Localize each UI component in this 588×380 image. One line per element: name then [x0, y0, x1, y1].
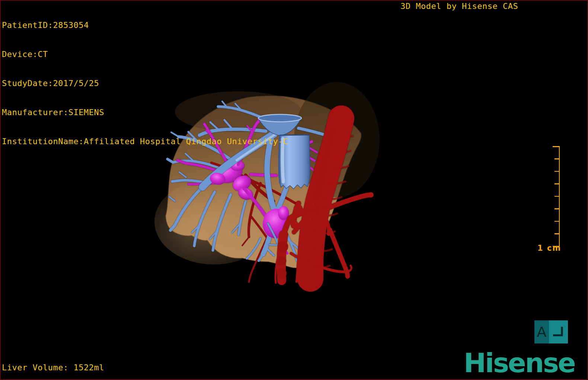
scale-tick: [555, 183, 559, 184]
scale-tick: [555, 171, 559, 172]
scale-bar-label: 1 cm: [537, 244, 561, 253]
device-line: Device:CT: [2, 50, 288, 59]
cube-side-face: [549, 320, 568, 343]
scale-tick: [555, 208, 559, 209]
manufacturer-line: Manufacturer:SIEMENS: [2, 108, 288, 117]
scale-tick: [553, 146, 559, 147]
scale-tick: [555, 221, 559, 222]
patient-info-block: PatientID:2853054 Device:CT StudyDate:20…: [2, 1, 288, 166]
study-date-line: StudyDate:2017/5/25: [2, 79, 288, 88]
liver-volume-label: Liver Volume: 1522ml: [2, 363, 104, 373]
cube-anterior-label: A: [537, 325, 547, 339]
viewer-window: PatientID:2853054 Device:CT StudyDate:20…: [0, 0, 588, 380]
cube-front-face: A: [534, 320, 549, 343]
scale-tick: [555, 196, 559, 197]
institution-line: InstitutionName:Affiliated Hospital Qing…: [2, 137, 288, 146]
scale-tick: [555, 158, 559, 159]
watermark-title: 3D Model by Hisense CAS: [400, 1, 518, 11]
scale-bar: [553, 146, 560, 247]
scale-tick: [555, 233, 559, 234]
orientation-cube[interactable]: A: [534, 320, 568, 343]
patient-id-line: PatientID:2853054: [2, 20, 288, 30]
corner-bracket-icon: [549, 320, 568, 343]
hisense-logo: Hisense: [464, 349, 575, 376]
